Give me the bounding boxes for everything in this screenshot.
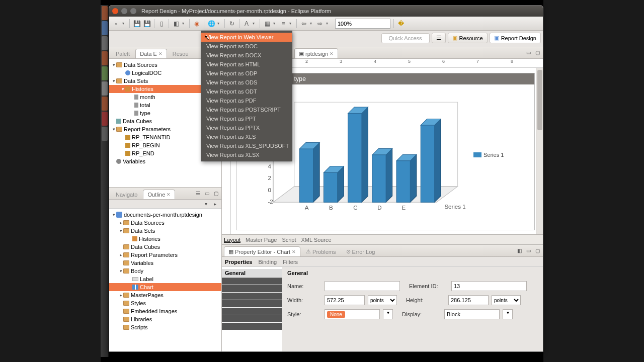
menu-item[interactable]: View Report as ODS	[201, 78, 292, 87]
run-report-icon[interactable]: ◉	[193, 20, 201, 28]
svg-text:Series 1: Series 1	[444, 204, 465, 210]
name-field[interactable]	[325, 281, 400, 291]
zoom-combo[interactable]	[335, 19, 390, 29]
save-all-icon[interactable]: 💾	[143, 20, 151, 28]
expand-icon[interactable]: ▸	[211, 201, 218, 208]
svg-marker-21	[386, 148, 392, 202]
tab-problems[interactable]: ⚠ Problems	[301, 246, 340, 256]
perspective-report-design[interactable]: ▣Report Design	[490, 33, 541, 43]
svg-text:0: 0	[268, 187, 271, 193]
subtab-properties[interactable]: Properties	[225, 259, 252, 265]
toggle-icon[interactable]: ◧	[172, 20, 180, 28]
subtab-binding[interactable]: Binding	[258, 259, 277, 265]
property-editor-view: ▦ Property Editor - Chart ✕ ⚠ Problems ⊘…	[222, 245, 543, 351]
element-id-field[interactable]	[451, 281, 527, 291]
refresh-icon[interactable]: ↻	[228, 20, 236, 28]
height-unit-select[interactable]: points	[492, 295, 521, 305]
tab-error-log[interactable]: ⊘ Error Log	[342, 246, 380, 256]
style-dropdown-icon[interactable]: ▾	[383, 309, 393, 319]
tree-mode-icon[interactable]: ☰	[194, 190, 201, 197]
svg-rect-14	[299, 149, 313, 202]
tab-master-page[interactable]: Master Page	[246, 237, 277, 243]
menu-item[interactable]: View Report in Web Viewer	[201, 33, 292, 42]
svg-rect-23	[372, 155, 386, 202]
save-icon[interactable]: 💾	[133, 20, 141, 28]
outline-root: ▾documents-per-month.rptdesign	[109, 211, 221, 219]
menu-item[interactable]: View Report as POSTSCRIPT	[201, 105, 292, 114]
minimize-view-icon[interactable]: ▭	[203, 190, 210, 197]
scrollbar-vertical[interactable]	[536, 68, 543, 234]
open-perspective-button[interactable]: ☰	[432, 33, 446, 43]
menu-item[interactable]: View Report as XLSX	[201, 150, 292, 159]
view-report-menu[interactable]: View Report in Web ViewerView Report as …	[201, 31, 292, 161]
tab-resource[interactable]: Resou	[168, 49, 193, 58]
tab-property-editor[interactable]: ▦ Property Editor - Chart ✕	[224, 246, 300, 256]
align-icon[interactable]: ≡	[279, 20, 287, 28]
height-field[interactable]	[448, 295, 489, 305]
menu-item[interactable]: View Report as PPT	[201, 114, 292, 123]
menu-item[interactable]: View Report as XLS	[201, 132, 292, 141]
width-unit-select[interactable]: points	[368, 295, 397, 305]
print-icon[interactable]: ▯	[157, 20, 166, 28]
outline-tree[interactable]: ▾documents-per-month.rptdesign ▸Data Sou…	[109, 209, 221, 351]
svg-rect-17	[324, 172, 337, 202]
subtab-filters[interactable]: Filters	[283, 259, 298, 265]
tab-outline[interactable]: Outline ✕	[143, 190, 175, 199]
minimize-view-icon[interactable]: ▭	[525, 247, 532, 254]
letterbox-right	[543, 0, 644, 362]
svg-marker-24	[410, 154, 417, 202]
close-icon[interactable]: ✕	[158, 51, 163, 56]
tab-palette[interactable]: Palett	[111, 49, 134, 58]
tab-script[interactable]: Script	[282, 237, 296, 243]
toggle-icon[interactable]: ◧	[516, 247, 523, 254]
tab-data-explorer[interactable]: Data E ✕	[135, 49, 167, 58]
display-dropdown-icon[interactable]: ▾	[503, 309, 513, 319]
svg-text:2: 2	[268, 175, 271, 181]
svg-marker-12	[313, 143, 320, 203]
minimize-editor-icon[interactable]: ▭	[525, 49, 532, 56]
outline-chart: Chart	[109, 283, 221, 291]
tab-navigator[interactable]: Navigato	[111, 190, 142, 199]
tab-xml-source[interactable]: XML Source	[301, 237, 332, 243]
menu-item[interactable]: View Report as ODP	[201, 69, 292, 78]
close-icon[interactable]: ✕	[292, 249, 296, 254]
close-icon[interactable]: ✕	[167, 192, 171, 197]
minimize-icon[interactable]	[121, 8, 127, 14]
border-icon[interactable]: ▦	[263, 20, 271, 28]
display-field[interactable]	[444, 309, 500, 319]
menu-item[interactable]: View Report as ODT	[201, 87, 292, 96]
svg-text:-2: -2	[268, 199, 273, 205]
menu-item[interactable]: View Report as DOCX	[201, 51, 292, 60]
tab-layout[interactable]: Layout	[224, 237, 240, 243]
maximize-view-icon[interactable]: ▢	[212, 190, 219, 197]
format-icon[interactable]: A	[243, 20, 251, 28]
maximize-view-icon[interactable]: ▢	[534, 247, 541, 254]
editor-tab[interactable]: ▣ rptdesign ✕	[294, 48, 338, 58]
new-icon[interactable]: ▫	[112, 20, 120, 28]
menu-item[interactable]: View Report as PDF	[201, 96, 292, 105]
back-icon[interactable]: ⇦	[300, 20, 308, 28]
unity-launcher	[101, 5, 109, 357]
menu-item[interactable]: View Report as DOC	[201, 42, 292, 51]
letterbox-left	[0, 0, 101, 362]
close-icon[interactable]: ✕	[330, 51, 334, 56]
collapse-icon[interactable]: ▾	[202, 201, 209, 208]
titlebar[interactable]: Report Design - MyProject/documents-per-…	[109, 6, 543, 17]
menu-item[interactable]: View Report as HTML	[201, 60, 292, 69]
menu-item[interactable]: View Report as XLS_SPUDSOFT	[201, 141, 292, 150]
svg-marker-18	[362, 107, 368, 202]
maximize-icon[interactable]	[130, 8, 136, 14]
svg-rect-20	[348, 114, 362, 203]
width-field[interactable]	[325, 295, 365, 305]
view-report-icon[interactable]: 🌐	[207, 20, 215, 28]
quick-access-input[interactable]: Quick Access	[381, 33, 430, 43]
perspective-resource[interactable]: ▣Resource	[448, 33, 488, 43]
forward-icon[interactable]: ⇨	[316, 20, 324, 28]
svg-text:4: 4	[268, 163, 271, 169]
maximize-editor-icon[interactable]: ▢	[534, 49, 541, 56]
main-toolbar: ▫▾ 💾 💾 ▯ ◧▾ ◉ 🌐▾ ↻ A▾ ▦▾ ≡▾ ⇦▾ ⇨▾ �	[109, 17, 543, 31]
property-category-list[interactable]: General	[222, 267, 282, 351]
help-icon[interactable]: �	[397, 20, 405, 28]
close-icon[interactable]	[112, 8, 118, 14]
menu-item[interactable]: View Report as PPTX	[201, 123, 292, 132]
